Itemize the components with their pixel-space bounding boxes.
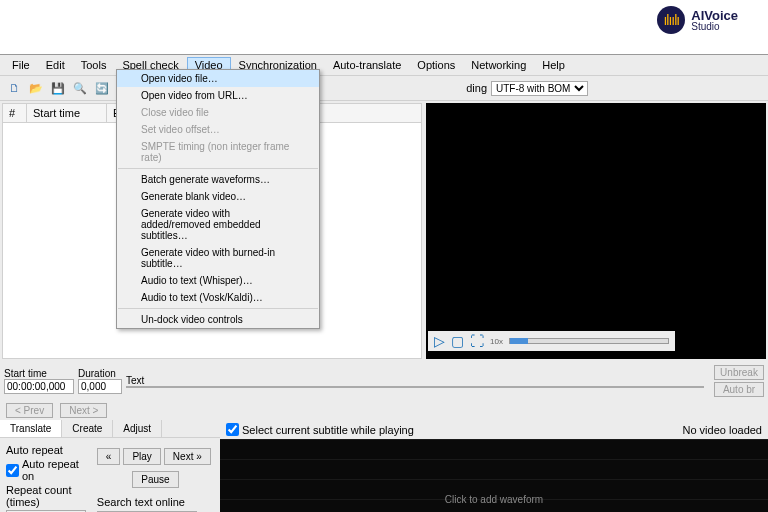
bottom-tabs: Translate Create Adjust — [0, 420, 220, 438]
unbreak-button[interactable]: Unbreak — [714, 365, 764, 380]
menu-burned-subs[interactable]: Generate video with burned-in subtitle… — [117, 244, 319, 272]
tab-translate[interactable]: Translate — [0, 420, 62, 437]
logo-icon: ılıılı — [657, 6, 685, 34]
waveform-panel: Select current subtitle while playing No… — [220, 420, 768, 512]
encoding-select[interactable]: UTF-8 with BOM — [491, 81, 588, 96]
autobr-button[interactable]: Auto br — [714, 382, 764, 397]
brand-logo: ılıılı AIVoice Studio — [657, 6, 738, 34]
menu-undock[interactable]: Un-dock video controls — [117, 311, 319, 328]
playback-controls: ▷ ▢ ⛶ 10x — [428, 331, 675, 351]
menu-open-video-file[interactable]: Open video file… — [117, 70, 319, 87]
menu-file[interactable]: File — [4, 57, 38, 73]
back-button[interactable]: « — [97, 448, 121, 465]
encoding-label: ding — [466, 82, 487, 94]
save-icon[interactable]: 💾 — [48, 78, 68, 98]
tab-create[interactable]: Create — [62, 420, 113, 437]
waveform-area[interactable]: Click to add waveform — [220, 439, 768, 512]
fullscreen-icon[interactable]: ⛶ — [470, 333, 484, 349]
menu-edit[interactable]: Edit — [38, 57, 73, 73]
new-icon[interactable]: 🗋 — [4, 78, 24, 98]
bottom-area: Translate Create Adjust Auto repeat Auto… — [0, 420, 768, 512]
duration-input[interactable] — [78, 379, 122, 394]
play-button[interactable]: Play — [123, 448, 160, 465]
menu-blank-video[interactable]: Generate blank video… — [117, 188, 319, 205]
stop-icon[interactable]: ▢ — [451, 333, 464, 349]
duration-label: Duration — [78, 368, 122, 379]
start-time-input[interactable] — [4, 379, 74, 394]
menu-close-video: Close video file — [117, 104, 319, 121]
repeat-count-label: Repeat count (times) — [6, 484, 89, 508]
menu-whisper[interactable]: Audio to text (Whisper)… — [117, 272, 319, 289]
playback-rate: 10x — [490, 337, 503, 346]
prev-button[interactable]: < Prev — [6, 403, 53, 418]
next-play-button[interactable]: Next » — [164, 448, 211, 465]
edit-row: Start time Duration Text Unbreak Auto br — [0, 361, 768, 401]
video-menu-dropdown: Open video file… Open video from URL… Cl… — [116, 69, 320, 329]
video-status: No video loaded — [682, 424, 762, 436]
menu-set-offset: Set video offset… — [117, 121, 319, 138]
video-preview[interactable] — [426, 103, 766, 359]
replace-icon[interactable]: 🔄 — [92, 78, 112, 98]
left-panel: Translate Create Adjust Auto repeat Auto… — [0, 420, 220, 512]
menu-separator — [118, 308, 318, 309]
logo-sub: Studio — [691, 22, 738, 32]
auto-repeat-title: Auto repeat — [6, 444, 89, 456]
pause-button[interactable]: Pause — [132, 471, 178, 488]
select-subtitle-checkbox[interactable]: Select current subtitle while playing — [226, 423, 414, 436]
start-time-label: Start time — [4, 368, 74, 379]
play-icon[interactable]: ▷ — [434, 333, 445, 349]
open-icon[interactable]: 📂 — [26, 78, 46, 98]
logo-name: AIVoice — [691, 9, 738, 22]
menu-embedded-subs[interactable]: Generate video with added/removed embedd… — [117, 205, 319, 244]
col-start[interactable]: Start time — [27, 104, 107, 122]
menu-options[interactable]: Options — [409, 57, 463, 73]
menu-autotranslate[interactable]: Auto-translate — [325, 57, 409, 73]
tab-adjust[interactable]: Adjust — [113, 420, 162, 437]
menu-separator — [118, 168, 318, 169]
auto-repeat-checkbox[interactable]: Auto repeat on — [6, 458, 89, 482]
menu-help[interactable]: Help — [534, 57, 573, 73]
next-button[interactable]: Next > — [60, 403, 107, 418]
text-label: Text — [126, 375, 704, 386]
text-input[interactable] — [126, 386, 704, 388]
col-num[interactable]: # — [3, 104, 27, 122]
menu-batch-waveforms[interactable]: Batch generate waveforms… — [117, 171, 319, 188]
search-label: Search text online — [97, 496, 214, 508]
menu-tools[interactable]: Tools — [73, 57, 115, 73]
menu-open-video-url[interactable]: Open video from URL… — [117, 87, 319, 104]
app-window: File Edit Tools Spell check Video Synchr… — [0, 54, 768, 512]
menu-vosk[interactable]: Audio to text (Vosk/Kaldi)… — [117, 289, 319, 306]
progress-bar[interactable] — [509, 338, 669, 344]
find-icon[interactable]: 🔍 — [70, 78, 90, 98]
menu-smpte: SMPTE timing (non integer frame rate) — [117, 138, 319, 166]
menu-networking[interactable]: Networking — [463, 57, 534, 73]
nav-row: < Prev Next > — [0, 401, 768, 420]
